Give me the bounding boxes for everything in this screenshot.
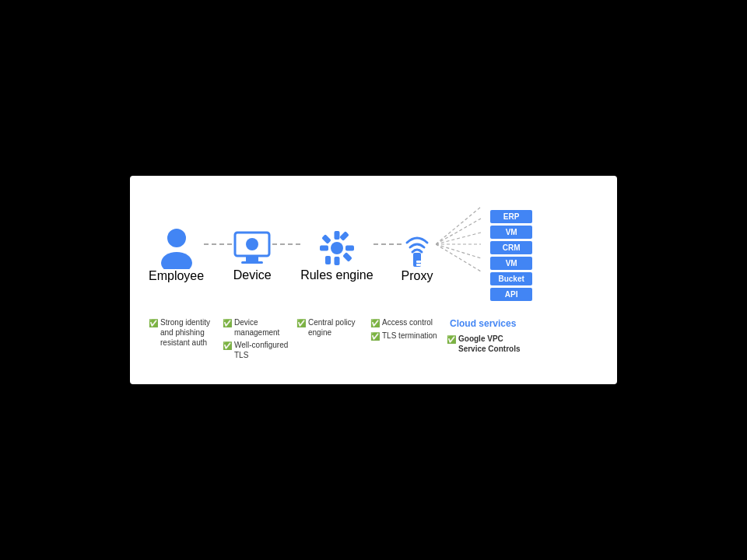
svg-point-6 — [331, 242, 343, 254]
employee-bullets: ✅ Strong identity and phishing resistant… — [149, 317, 223, 362]
device-label: Device — [233, 268, 272, 282]
cloud-bullets: Cloud services ✅ Google VPC Service Cont… — [447, 317, 532, 362]
fan-lines-svg — [436, 198, 482, 291]
gear-icon — [317, 228, 356, 268]
rules-bullet-1: Central policy engine — [308, 317, 370, 338]
device-bullet-1: Device management — [234, 317, 296, 338]
cloud-services-col: ERP VM CRM VM Bucket API — [490, 210, 531, 301]
check-icon: ✅ — [223, 341, 232, 351]
check-icon: ✅ — [149, 318, 158, 328]
proxy-block: Proxy — [402, 227, 433, 283]
svg-rect-8 — [334, 257, 339, 265]
service-badges: ERP VM CRM VM Bucket API — [490, 210, 531, 301]
device-bullets: ✅ Device management ✅ Well-configured TL… — [223, 317, 296, 362]
svg-rect-7 — [334, 231, 339, 240]
svg-rect-10 — [320, 246, 328, 251]
badge-erp: ERP — [490, 210, 531, 223]
svg-rect-12 — [325, 256, 331, 264]
person-icon — [160, 227, 194, 269]
arrow-3 — [374, 243, 402, 245]
svg-line-19 — [436, 219, 481, 244]
svg-rect-13 — [342, 252, 352, 262]
badge-bucket: Bucket — [490, 272, 531, 285]
employee-bullet-1: Strong identity and phishing resistant a… — [160, 317, 223, 348]
svg-point-0 — [167, 229, 186, 247]
proxy-label: Proxy — [402, 269, 433, 283]
check-icon: ✅ — [447, 334, 456, 345]
monitor-icon — [232, 228, 272, 268]
svg-rect-3 — [246, 256, 258, 261]
check-icon: ✅ — [296, 318, 306, 328]
diagram-card: Employee Device — [130, 176, 617, 384]
svg-rect-9 — [345, 246, 354, 251]
badge-crm: CRM — [490, 241, 531, 254]
svg-rect-16 — [416, 261, 421, 263]
svg-rect-17 — [416, 264, 421, 266]
employee-block: Employee — [149, 227, 204, 283]
svg-line-22 — [436, 244, 481, 258]
rules-engine-bullets: ✅ Central policy engine — [296, 317, 370, 362]
employee-label: Employee — [149, 269, 204, 283]
svg-rect-14 — [321, 234, 331, 244]
proxy-bullet-2: TLS termination — [382, 331, 437, 341]
check-icon: ✅ — [370, 318, 380, 328]
svg-line-23 — [436, 244, 481, 271]
svg-point-5 — [246, 238, 258, 250]
cloud-services-label: Cloud services — [450, 317, 532, 330]
check-icon: ✅ — [223, 318, 232, 328]
svg-rect-4 — [241, 261, 263, 264]
svg-line-20 — [436, 233, 481, 244]
svg-point-1 — [161, 252, 192, 269]
badge-vm2: VM — [490, 257, 531, 270]
bullets-container: ✅ Strong identity and phishing resistant… — [149, 317, 598, 362]
fan-arrows — [436, 198, 482, 291]
proxy-bullet-1: Access control — [382, 317, 433, 327]
check-icon: ✅ — [370, 331, 380, 341]
badge-api: API — [490, 288, 531, 301]
arrow-2 — [272, 243, 300, 245]
proxy-icon — [402, 227, 432, 269]
proxy-bullets: ✅ Access control ✅ TLS termination — [370, 317, 440, 362]
rules-engine-label: Rules engine — [300, 268, 373, 282]
svg-rect-11 — [339, 231, 349, 241]
device-bullet-2: Well-configured TLS — [234, 340, 296, 360]
arrow-1 — [204, 243, 232, 245]
badge-vm1: VM — [490, 226, 531, 239]
cloud-bullet-1: Google VPC Service Controls — [458, 334, 532, 354]
rules-engine-block: Rules engine — [300, 228, 373, 282]
icons-row: Employee Device — [149, 198, 598, 313]
device-block: Device — [232, 228, 272, 282]
